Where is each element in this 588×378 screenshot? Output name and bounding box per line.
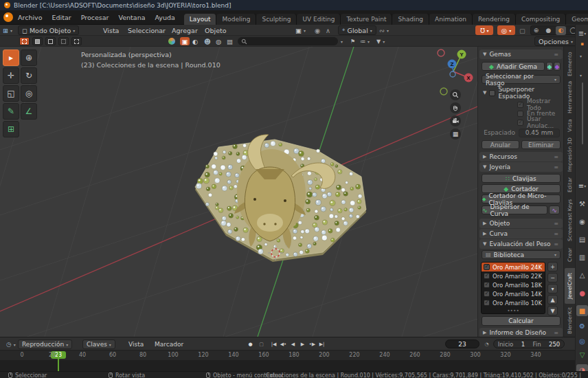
material-preview-icon[interactable]: ◐: [556, 26, 566, 35]
asset-sphere-icon[interactable]: [168, 36, 175, 46]
record-button[interactable]: ●: [246, 340, 255, 348]
material-row-oro-amarillo-18k[interactable]: Oro Amarillo 18K: [482, 280, 545, 289]
timeline-menu-reproducci-n[interactable]: Reproducción▾: [18, 340, 72, 349]
properties-tab-render[interactable]: ◉: [576, 216, 588, 227]
select-mode-extend[interactable]: [45, 37, 56, 45]
options-dropdown[interactable]: Opciones▾: [534, 36, 577, 46]
workspace-tab-compositing[interactable]: Compositing: [516, 14, 566, 25]
sidebar-tab-herramienta[interactable]: Herramienta: [565, 80, 575, 114]
pan-view-button[interactable]: [450, 102, 461, 113]
menu-procesar[interactable]: Procesar: [76, 12, 114, 23]
curve-scatter-alt-button[interactable]: ∿: [549, 205, 560, 214]
viewport-menu-agregar[interactable]: Agregar: [172, 25, 198, 35]
material-checkbox[interactable]: [484, 273, 490, 279]
timeline-editor-icon[interactable]: ◷▾: [3, 340, 19, 349]
workspace-tab-layout[interactable]: Layout: [184, 14, 217, 25]
material-checkbox[interactable]: [484, 300, 490, 306]
snap-target-icon[interactable]: ∾▾: [379, 25, 389, 35]
gizmo-neg-y[interactable]: [440, 88, 447, 95]
properties-tab-tool[interactable]: ⚒: [576, 198, 588, 209]
panel-gemas-header[interactable]: ▼Gemas≡: [479, 49, 563, 59]
gizmo-neg-x[interactable]: [438, 49, 444, 56]
collections-icon[interactable]: ≔▾: [360, 36, 370, 46]
auto-keying-button[interactable]: ▢: [257, 340, 266, 348]
current-frame-field[interactable]: 23: [445, 340, 479, 348]
timeline-menu-vista[interactable]: Vista: [125, 340, 147, 349]
tool-add-cube[interactable]: ⊞: [3, 121, 19, 137]
workspace-tab-modeling[interactable]: Modeling: [216, 14, 256, 25]
button-cortador-de-micro-clavijas[interactable]: ◆Cortador de Micro-Clavijas: [482, 194, 561, 203]
xray-toggle[interactable]: ▢: [519, 25, 525, 35]
delete-button[interactable]: Eliminar: [521, 140, 561, 149]
viewport-menu-objeto[interactable]: Objeto: [205, 25, 227, 35]
material-specials-button[interactable]: ▾: [547, 284, 558, 293]
select-by-trait-dropdown[interactable]: Seleccionar por Rasgo▾: [482, 75, 561, 84]
wireframe-shading-icon[interactable]: ⊕: [531, 26, 541, 35]
proportional-edit-toggle[interactable]: ◎▾: [497, 25, 515, 35]
material-checkbox[interactable]: [484, 264, 490, 270]
checkbox-usar-anulac[interactable]: [517, 120, 523, 126]
tool-rotate[interactable]: ↻: [21, 67, 37, 84]
properties-tab-view-layer[interactable]: ▥: [576, 252, 588, 263]
mode-dropdown[interactable]: ◻ Modo Objeto ▾: [18, 25, 79, 35]
panel-joyeria-header[interactable]: ▼Joyería≡: [479, 162, 563, 172]
move-up-button[interactable]: ▲: [547, 295, 558, 304]
workspace-tab-geometry-nodes[interactable]: Geometry Nodes: [566, 14, 588, 25]
material-row-oro-amarillo-14k[interactable]: Oro Amarillo 14K: [482, 289, 545, 298]
snap-magnet-toggle[interactable]: Ω▾: [475, 25, 493, 35]
material-row-oro-amarillo-22k[interactable]: Oro Amarillo 22K: [482, 271, 545, 280]
previous-keyframe-button[interactable]: ◀•: [279, 340, 288, 348]
menu-editar[interactable]: Editar: [47, 12, 76, 23]
viewport-menu-vista[interactable]: Vista: [103, 25, 119, 35]
properties-tab-editor-type[interactable]: ≡▾: [576, 180, 588, 191]
texture-sphere-icon[interactable]: ◍: [216, 36, 221, 46]
timeline-menu-claves[interactable]: Claves▾: [82, 340, 115, 349]
properties-tab-object-data[interactable]: ▽: [576, 349, 588, 360]
filter-funnel-icon[interactable]: ▼▾: [376, 36, 385, 46]
frame-range-fields[interactable]: Inicio1 Fin250: [493, 340, 565, 348]
camera-view-button[interactable]: [450, 115, 461, 126]
undo-button[interactable]: Anular: [482, 140, 519, 149]
tool-annotate[interactable]: ✎: [3, 103, 19, 120]
menu-archivo[interactable]: Archivo: [13, 12, 47, 23]
sidebar-tab-editar[interactable]: Editar: [565, 175, 575, 195]
jump-to-start-button[interactable]: |◀: [269, 340, 278, 348]
editor-type-button[interactable]: ⊞▾: [3, 25, 12, 35]
stopwatch-icon[interactable]: ◔: [482, 340, 491, 348]
panel-curva-header[interactable]: ▶Curva≡: [479, 229, 563, 238]
timeline-ruler[interactable]: 23 0204060801001201401601802002202402602…: [0, 351, 575, 360]
material-row-oro-amarillo-24k[interactable]: Oro Amarillo 24K: [482, 263, 545, 271]
tool-move[interactable]: ✛: [3, 67, 19, 84]
tool-transform[interactable]: ◎: [21, 85, 37, 102]
jump-to-end-button[interactable]: ▶|: [317, 340, 326, 348]
tool-select-box[interactable]: ▸: [3, 49, 19, 66]
checkbox-en-frente[interactable]: [517, 111, 523, 117]
timeline-scrub-area[interactable]: [0, 360, 575, 371]
checkbox-mostrar-todo[interactable]: [517, 102, 523, 108]
filter-chevron[interactable]: ▾: [341, 36, 343, 46]
timeline-menu-marcador[interactable]: Marcador: [151, 340, 187, 349]
gizmo-neg-z[interactable]: [450, 71, 455, 77]
menu-ayuda[interactable]: Ayuda: [150, 12, 180, 23]
viewport-menu-seleccionar[interactable]: Seleccionar: [128, 25, 166, 35]
properties-scrollbar[interactable]: [582, 82, 583, 144]
sidebar-tab-jewelcraft[interactable]: JewelCraft: [565, 268, 575, 304]
sidebar-tab-impresi-n-3d[interactable]: Impresión 3D: [565, 137, 575, 172]
viewport-3d-scene[interactable]: [0, 47, 477, 337]
material-checkbox[interactable]: [484, 291, 490, 297]
remove-material-button[interactable]: −: [547, 273, 558, 282]
falloff-icon[interactable]: ∧: [326, 25, 330, 35]
panel-peso-header[interactable]: ▼Evaluación del Peso≡: [479, 239, 563, 249]
gem-color-green-button[interactable]: ◆: [546, 62, 553, 71]
properties-tab-modifiers[interactable]: ⚙: [576, 320, 588, 331]
bookmark-icon[interactable]: ⚑: [350, 36, 355, 46]
workspace-tab-texture-paint[interactable]: Texture Paint: [341, 14, 392, 25]
list-resize-grip[interactable]: ∙∙∙∙: [482, 307, 545, 314]
workspace-tab-rendering[interactable]: Rendering: [473, 14, 516, 25]
panel-informe-header[interactable]: ▶Informe de Diseño≡: [479, 328, 563, 337]
play-reverse-button[interactable]: ◀: [289, 340, 297, 348]
gem-color-purple-button[interactable]: ◆: [554, 62, 561, 71]
play-button[interactable]: ▶: [298, 340, 307, 348]
sidebar-tab-crear[interactable]: Crear: [565, 245, 575, 265]
properties-tab-output[interactable]: ▤: [576, 234, 588, 245]
